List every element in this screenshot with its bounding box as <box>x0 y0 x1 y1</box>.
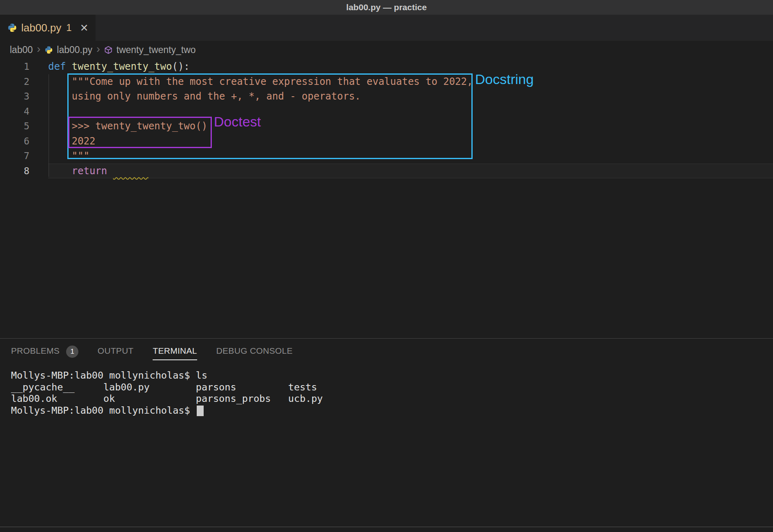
terminal-line: lab00.ok ok parsons_probs ucb.py <box>11 393 773 405</box>
tab-modified-count: 1 <box>66 22 71 33</box>
line-number: 3 <box>0 89 48 104</box>
terminal-line: __pycache__ lab00.py parsons tests <box>11 381 773 393</box>
breadcrumb-folder[interactable]: lab00 <box>10 44 33 55</box>
code-line[interactable]: return <box>48 164 773 179</box>
tab-problems[interactable]: PROBLEMS 1 <box>11 346 78 360</box>
panel-tab-bar: PROBLEMS 1 OUTPUT TERMINAL DEBUG CONSOLE <box>0 339 773 367</box>
code-token-squiggle <box>113 165 149 177</box>
terminal-cursor <box>197 406 204 416</box>
indent-guide <box>49 74 49 177</box>
code-line[interactable]: 2022 <box>48 134 773 149</box>
breadcrumb: lab00 › lab00.py › twenty_twenty_two <box>0 41 773 59</box>
line-number: 8 <box>0 164 48 179</box>
code-line[interactable]: def twenty_twenty_two(): <box>48 59 773 74</box>
code-token-plain <box>107 165 113 177</box>
code-line[interactable] <box>48 104 773 119</box>
titlebar: lab00.py — practice <box>0 0 773 15</box>
tab-output[interactable]: OUTPUT <box>98 346 133 360</box>
code-token-str: >>> twenty_twenty_two() <box>48 120 207 132</box>
symbol-cube-icon <box>104 46 113 54</box>
vscode-window: lab00.py — practice lab00.py 1 ✕ lab00 ›… <box>0 0 773 532</box>
code-line[interactable]: using only numbers and the +, *, and - o… <box>48 89 773 104</box>
line-number: 4 <box>0 104 48 119</box>
tab-label: lab00.py <box>21 22 61 34</box>
python-icon <box>44 46 53 54</box>
chevron-right-icon: › <box>96 44 100 55</box>
panel-tab-label: DEBUG CONSOLE <box>216 346 293 360</box>
bottom-panel: PROBLEMS 1 OUTPUT TERMINAL DEBUG CONSOLE… <box>0 338 773 527</box>
breadcrumb-file[interactable]: lab00.py <box>57 44 92 55</box>
panel-tab-label: PROBLEMS <box>11 346 60 360</box>
code-token-ctrl: return <box>48 165 107 177</box>
problems-count-badge: 1 <box>66 346 78 358</box>
code-lines: def twenty_twenty_two(): """Come up with… <box>48 59 773 338</box>
tab-terminal[interactable]: TERMINAL <box>153 346 197 360</box>
panel-tab-label: TERMINAL <box>153 346 197 360</box>
terminal-line: Mollys-MBP:lab00 mollynicholas$ <box>11 405 773 417</box>
code-line[interactable]: """ <box>48 149 773 164</box>
code-editor[interactable]: 12345678 def twenty_twenty_two(): """Com… <box>0 59 773 338</box>
terminal-line: Mollys-MBP:lab00 mollynicholas$ ls <box>11 370 773 381</box>
python-icon <box>7 23 17 33</box>
panel-tab-label: OUTPUT <box>98 346 133 360</box>
code-token-punct: (): <box>172 61 189 72</box>
code-token-str: 2022 <box>48 135 96 147</box>
code-token-str: """Come up with the most creative expres… <box>48 76 473 87</box>
code-line[interactable]: """Come up with the most creative expres… <box>48 74 773 89</box>
terminal-output[interactable]: Mollys-MBP:lab00 mollynicholas$ ls__pyca… <box>0 367 773 527</box>
editor-tab-bar: lab00.py 1 ✕ <box>0 15 773 41</box>
code-line[interactable]: >>> twenty_twenty_two() <box>48 119 773 134</box>
code-token-plain <box>66 61 71 72</box>
bottom-edge <box>0 527 773 532</box>
line-number: 5 <box>0 119 48 134</box>
tab-debug-console[interactable]: DEBUG CONSOLE <box>216 346 293 360</box>
gutter: 12345678 <box>0 59 48 338</box>
line-number: 7 <box>0 149 48 164</box>
code-token-kw: def <box>48 61 66 72</box>
breadcrumb-symbol[interactable]: twenty_twenty_two <box>116 44 195 55</box>
line-number: 1 <box>0 59 48 74</box>
line-number: 2 <box>0 74 48 89</box>
code-token-fn: twenty_twenty_two <box>72 61 172 72</box>
chevron-right-icon: › <box>37 44 40 55</box>
line-number: 6 <box>0 134 48 149</box>
code-token-str: """ <box>48 150 89 162</box>
window-title: lab00.py — practice <box>346 2 426 12</box>
code-token-str: using only numbers and the +, *, and - o… <box>48 91 361 102</box>
tab-lab00-py[interactable]: lab00.py 1 ✕ <box>0 15 96 41</box>
close-icon[interactable]: ✕ <box>80 22 89 34</box>
